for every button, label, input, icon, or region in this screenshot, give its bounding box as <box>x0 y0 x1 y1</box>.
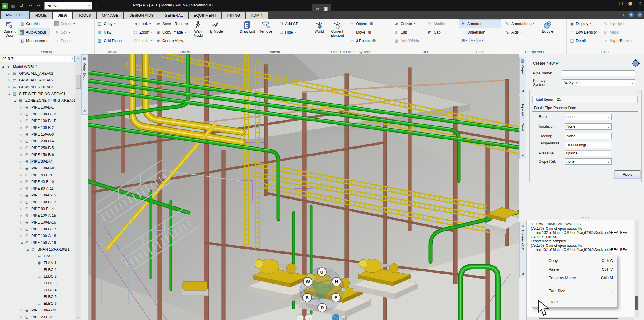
tree-item[interactable]: PIPE 150-A-3 <box>0 131 75 138</box>
minimize-button[interactable]: — <box>609 1 613 6</box>
tree-expander-icon[interactable] <box>20 146 23 149</box>
tree-expander-icon[interactable] <box>20 316 23 319</box>
clip-button[interactable]: Clip <box>392 28 421 36</box>
tree-item[interactable]: PIPE 80-B-7 <box>0 158 75 165</box>
save-view-button[interactable]: Save <box>154 19 173 28</box>
tree-item[interactable]: BRAN 150-A-19/B1 <box>0 246 75 253</box>
look-button[interactable]: Look▾ <box>131 19 154 28</box>
tree-expander-icon[interactable] <box>20 160 23 163</box>
tree-expander-icon[interactable] <box>20 228 23 231</box>
tree-expander-icon[interactable] <box>20 133 23 136</box>
tree-expander-icon[interactable] <box>20 201 23 204</box>
apply-button[interactable]: Apply <box>615 170 640 178</box>
tree-item[interactable]: ELBO 5 <box>0 293 75 300</box>
tree-expander-icon[interactable] <box>20 119 23 122</box>
globe-view-button[interactable] <box>332 314 339 320</box>
ribbon-tab[interactable]: TOOLS <box>73 12 96 19</box>
hide-button[interactable]: Hide▾ <box>277 28 300 36</box>
annotations-button[interactable]: Annotations▾ <box>503 19 536 28</box>
tree-item[interactable]: PIPE 100-C-13 <box>0 199 75 205</box>
pressure-input[interactable] <box>565 150 611 156</box>
collapse-section-icon[interactable]: ▭ <box>637 91 640 94</box>
tree-expander-icon[interactable] <box>7 92 11 95</box>
command-vscrollbar[interactable] <box>635 220 639 317</box>
customize-toolbar-icon[interactable]: ⌐ <box>95 3 100 9</box>
tree-item[interactable]: PIPE 200-B-4 <box>0 138 75 144</box>
clip-create-button[interactable]: Create▾ <box>392 19 421 28</box>
compass-east[interactable]: E <box>332 293 340 302</box>
tree-expander-icon[interactable] <box>20 214 23 217</box>
world-button[interactable]: World <box>311 19 328 50</box>
tree-item[interactable]: PIPE 20-B-21 <box>0 314 75 320</box>
tree-item[interactable]: Model WORL * <box>0 63 75 70</box>
rotate-right-button[interactable]: → <box>305 314 312 320</box>
cap-button[interactable]: Cap <box>426 28 447 36</box>
tree-expander-icon[interactable] <box>20 221 23 224</box>
display-button[interactable]: Display▾ <box>568 19 598 28</box>
remove-button[interactable]: Remove <box>256 19 275 50</box>
tree-expander-icon[interactable] <box>20 174 23 176</box>
tree-expander-icon[interactable] <box>20 180 23 183</box>
tree-expander-icon[interactable] <box>20 194 23 197</box>
tree-item[interactable]: FLAN 1 <box>0 259 75 266</box>
tree-item[interactable]: PIPE 40-B-10 <box>0 178 75 185</box>
tree-item[interactable]: ELBO 6 <box>0 300 75 307</box>
tree-item[interactable]: PIPE 250-B-5 <box>0 144 75 151</box>
close-icon[interactable]: ✕ <box>521 89 524 93</box>
solid-button[interactable]: Soli▾ <box>53 28 76 36</box>
walk-mode-button[interactable]: Walk Mode <box>190 19 207 50</box>
ribbon-tab[interactable]: PIPING <box>222 12 245 19</box>
dimension-button[interactable]: Dimension <box>459 28 501 36</box>
lcs-3points-button[interactable]: 3 Points <box>348 36 377 45</box>
current-element-button[interactable]: Current Element <box>328 19 347 50</box>
close-button[interactable]: ✕ <box>638 1 642 6</box>
detail-button[interactable]: Detail <box>568 36 598 45</box>
tree-item[interactable]: PIPE 100-B-17 <box>0 226 75 232</box>
rotate-left-button[interactable]: ← <box>297 314 304 320</box>
restore-view-button[interactable]: Restore <box>173 19 190 28</box>
ribbon-tab[interactable]: PROJECT <box>1 11 29 19</box>
command-hscrollbar[interactable] <box>527 317 634 320</box>
insulation-select[interactable]: None⌄ <box>565 123 612 130</box>
tracing-select[interactable]: None⌄ <box>565 133 612 139</box>
tree-item[interactable]: PIPE 100-A-20 <box>0 307 75 314</box>
low-density-button[interactable]: Low Density <box>568 28 598 36</box>
bore-select[interactable]: unset⌄ <box>565 114 612 120</box>
maximize-button[interactable]: ❐ <box>619 1 623 6</box>
tree-expander-icon[interactable] <box>20 241 23 244</box>
primary-system-select[interactable]: No System⌄ <box>562 79 635 86</box>
current-view-button[interactable]: Current View <box>1 19 18 50</box>
tree-item[interactable]: ELBO 2 <box>0 273 75 280</box>
tree-expander-icon[interactable] <box>7 72 11 75</box>
grid-plane-button[interactable]: Grid Plane <box>95 36 129 45</box>
scroll-thumb[interactable] <box>539 318 618 319</box>
tree-item[interactable]: PIPE 100-B-2 <box>0 124 75 131</box>
compass-up[interactable]: U <box>317 268 326 276</box>
ribbon-tab[interactable]: GENERAL <box>159 12 188 19</box>
tree-expander-icon[interactable] <box>26 248 29 251</box>
ribbon-tab[interactable]: EQUIPMENT <box>189 12 221 19</box>
sync-monitor-icon[interactable]: ⇵ <box>19 3 25 9</box>
swap-view-icon[interactable]: ⇄ <box>314 5 321 12</box>
green-ball-icon[interactable] <box>372 39 376 42</box>
scroll-down-icon[interactable]: ▼ <box>75 315 81 320</box>
text-larger-button[interactable]: A▴ <box>469 38 477 43</box>
ribbon-tab[interactable]: VIEW <box>53 12 72 19</box>
copy-image-button[interactable]: Copy Image▾ <box>154 28 190 36</box>
tree-item[interactable]: PIPE 50-B-9 <box>0 171 75 178</box>
add-within-button[interactable]: Add Within <box>392 36 421 45</box>
tree-item[interactable]: PIPE 100-A-15 <box>0 212 75 219</box>
context-menu-item[interactable]: Paste Ctrl+V <box>532 265 617 274</box>
tree-expander-icon[interactable] <box>20 309 23 312</box>
text-smaller-button[interactable]: A▾ <box>477 38 485 43</box>
undo-icon[interactable]: ↶ <box>27 3 33 9</box>
tree-expander-icon[interactable] <box>7 86 11 89</box>
tree-item[interactable]: SITE SITE-PIPING-AREA01 <box>0 90 75 97</box>
tree-expander-icon[interactable] <box>20 167 23 170</box>
graphics-button[interactable]: Graphics <box>18 19 50 28</box>
pipe-name-input[interactable] <box>562 70 635 76</box>
tree-item[interactable]: PIPE 100-B-1B <box>0 117 75 124</box>
scroll-thumb[interactable] <box>635 296 638 310</box>
context-menu-item[interactable] <box>532 295 617 298</box>
context-menu-item[interactable]: Font Size › <box>532 286 617 295</box>
